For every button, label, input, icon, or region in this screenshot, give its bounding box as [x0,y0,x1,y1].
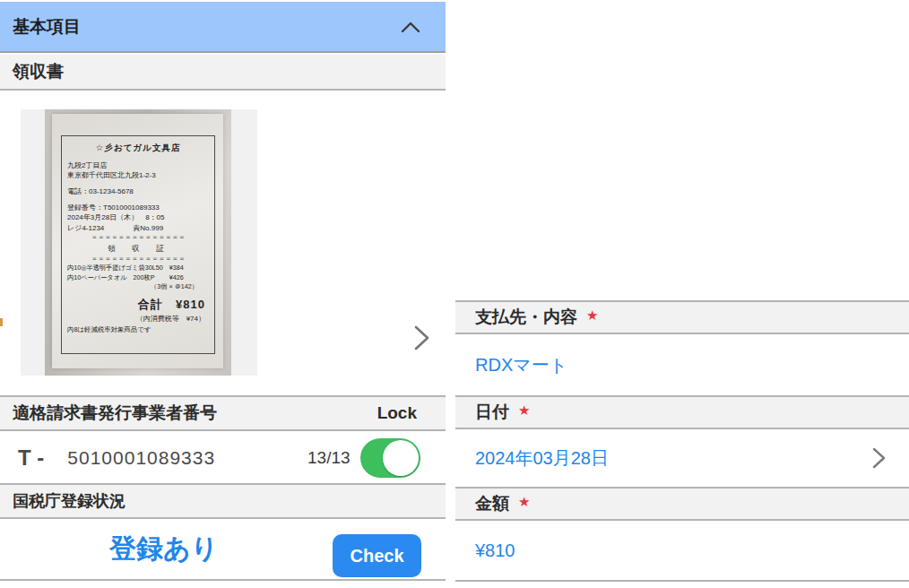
receipt-divider: ＝＝＝＝＝＝＝＝＝＝＝＝＝＝ [67,233,209,243]
section-title: 基本項目 [13,15,81,39]
nta-status-label: 国税庁登録状況 [13,490,126,512]
receipt-paper: ☆彡おてガル文具店 九段2丁目店 東京都千代田区北九段1-2-3 電話：03-1… [52,114,223,368]
receipt-item-2: 内10ペーパータオル 200枚P ¥426 [67,273,209,282]
lock-toggle[interactable] [360,438,420,478]
required-star-icon: ★ [518,402,530,419]
receipt-phone: 電話：03-1234-5678 [67,186,209,197]
amount-label-row: 金額 ★ [455,487,909,521]
section-header-basic-items[interactable]: 基本項目 [0,2,446,53]
basic-items-panel: 基本項目 領収書 ☆彡おてガル文具店 九段2丁目店 東京都千代田区北九段1-2- [0,0,446,588]
receipt-datetime: 2024年3月28日（木） 8：05 [67,212,209,223]
chevron-right-icon[interactable] [409,324,434,352]
char-count: 13/13 [307,448,351,468]
receipt-image-container[interactable]: ☆彡おてガル文具店 九段2丁目店 東京都千代田区北九段1-2-3 電話：03-1… [21,109,257,376]
payee-value[interactable]: RDXマート [475,353,567,377]
receipt-address: 東京都千代田区北九段1-2-3 [67,170,209,181]
receipt-total: 合計 ¥810 [67,297,209,314]
amount-value[interactable]: ¥810 [475,540,515,561]
date-label-row: 日付 ★ [455,395,909,429]
receipt-register-no: レジ4-1234 責No.999 [67,223,209,234]
invoice-number-label-row: 適格請求書発行事業者番号 Lock [0,395,446,431]
receipt-note: 内8は軽減税率対象商品です [67,325,209,335]
lock-label: Lock [377,403,417,423]
invoice-number-label: 適格請求書発行事業者番号 [13,402,217,425]
date-value-row[interactable]: 2024年03月28日 [455,429,909,487]
nta-status-label-row: 国税庁登録状況 [0,483,446,519]
check-button[interactable]: Check [333,534,421,577]
receipt-title: 領 収 証 [67,243,209,254]
payee-value-row[interactable]: RDXマート [455,334,909,395]
receipt-image-area: ☆彡おてガル文具店 九段2丁目店 東京都千代田区北九段1-2-3 電話：03-1… [0,92,446,395]
invoice-number-value-row: T - 5010001089333 13/13 [0,433,446,483]
date-label: 日付 [475,401,509,424]
receipt-photo[interactable]: ☆彡おてガル文具店 九段2丁目店 東京都千代田区北九段1-2-3 電話：03-1… [45,109,231,376]
payee-label-row: 支払先・内容 ★ [455,300,909,334]
required-star-icon: ★ [586,307,598,324]
receipt-tax: （内消費税等 ¥74） [67,314,209,324]
edge-marker [0,318,3,326]
receipt-label: 領収書 [13,60,64,83]
amount-value-row[interactable]: ¥810 [455,521,909,582]
receipt-branch: 九段2丁目店 [67,160,209,171]
receipt-printed-text: ☆彡おてガル文具店 九段2丁目店 東京都千代田区北九段1-2-3 電話：03-1… [61,135,215,354]
receipt-item-1: 内10◎半透明手提げゴミ袋30L50 ¥384 [67,264,209,272]
required-star-icon: ★ [518,494,530,510]
chevron-right-icon[interactable] [870,445,887,471]
chevron-up-icon[interactable] [401,21,420,33]
toggle-knob [383,440,419,476]
payee-label: 支払先・内容 [475,306,577,329]
receipt-divider: ＝＝＝＝＝＝＝＝＝＝＝＝＝＝ [67,255,209,264]
invoice-number-input[interactable]: 5010001089333 [67,447,215,469]
receipt-entry-app: 基本項目 領収書 ☆彡おてガル文具店 九段2丁目店 東京都千代田区北九段1-2- [0,0,909,588]
invoice-prefix: T - [18,445,44,471]
amount-label: 金額 [475,492,509,515]
receipt-section-label-row: 領収書 [0,55,446,91]
nta-status-value: 登録あり [109,531,218,567]
receipt-store-name: ☆彡おてガル文具店 [67,142,209,154]
receipt-item-qty: （3個 × ＠142） [67,282,209,291]
nta-status-value-row: 登録あり Check [0,519,446,581]
receipt-reg-number: 登録番号：T5010001089333 [67,203,209,213]
details-panel: 支払先・内容 ★ RDXマート 日付 ★ 2024年03月28日 金額 ★ ¥8… [455,0,909,588]
date-value[interactable]: 2024年03月28日 [475,446,609,471]
